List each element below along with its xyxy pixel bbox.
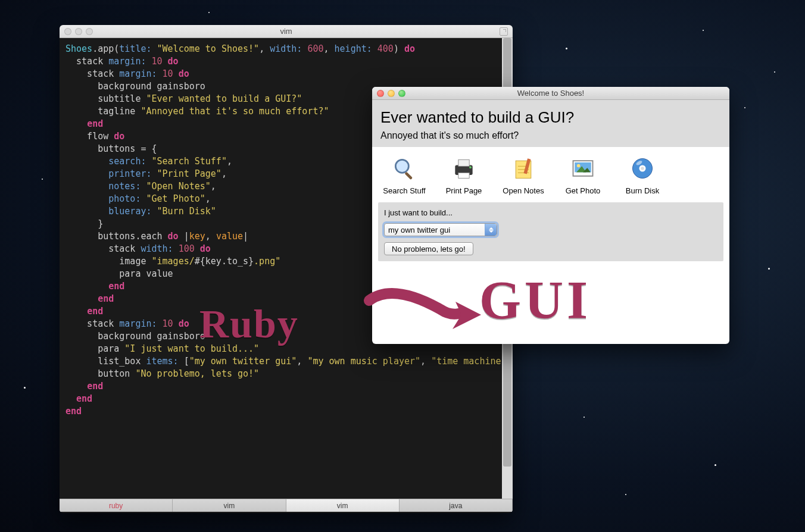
tool-label: Open Notes: [494, 186, 553, 195]
code-line: stack margin: 10 do: [65, 55, 507, 68]
tool-photo[interactable]: Get Photo: [553, 154, 613, 195]
window-title: vim: [60, 27, 513, 36]
tool-label: Print Page: [434, 186, 494, 195]
annotation-ruby: Ruby: [199, 301, 299, 348]
fullscreen-icon[interactable]: [500, 27, 508, 36]
photo-icon: [569, 154, 597, 183]
svg-rect-4: [458, 173, 469, 178]
tool-disc[interactable]: Burn Disk: [613, 154, 672, 195]
vim-titlebar[interactable]: vim: [60, 25, 513, 38]
form-panel: I just want to build... my own twitter g…: [378, 202, 723, 261]
search-icon: [390, 154, 419, 183]
code-line: end: [65, 393, 507, 405]
vim-tab-bar: ruby vim vim java: [60, 499, 513, 512]
code-line: list_box items: ["my own twitter gui", "…: [65, 355, 507, 368]
form-label: I just want to build...: [384, 208, 717, 217]
tab-vim-2[interactable]: vim: [286, 499, 400, 512]
code-line: end: [65, 380, 507, 393]
notes-icon: [509, 154, 538, 183]
chevron-updown-icon: [485, 224, 497, 236]
svg-point-13: [577, 164, 581, 168]
svg-point-0: [395, 159, 408, 173]
tab-java[interactable]: java: [400, 499, 513, 512]
tool-notes[interactable]: Open Notes: [494, 154, 553, 195]
annotation-gui: GUI: [479, 270, 591, 331]
build-select[interactable]: my own twitter gui: [384, 223, 497, 236]
code-line: end: [65, 405, 507, 418]
arrow-icon: [357, 277, 488, 348]
tool-label: Get Photo: [553, 186, 613, 195]
header-panel: Ever wanted to build a GUI? Annoyed that…: [372, 100, 729, 147]
window-title: Welcome to Shoes!: [372, 89, 729, 98]
tab-ruby[interactable]: ruby: [60, 499, 173, 512]
svg-point-5: [469, 166, 472, 168]
select-value: my own twitter gui: [388, 226, 450, 234]
code-line: Shoes.app(title: "Welcome to Shoes!", wi…: [65, 43, 507, 55]
svg-rect-1: [404, 172, 413, 180]
tool-label: Search Stuff: [375, 186, 434, 195]
subtitle: Ever wanted to build a GUI?: [380, 108, 721, 127]
tab-vim-1[interactable]: vim: [173, 499, 286, 512]
tool-printer[interactable]: Print Page: [434, 154, 494, 195]
shoes-titlebar[interactable]: Welcome to Shoes!: [372, 87, 729, 100]
printer-icon: [450, 154, 478, 183]
tagline: Annoyed that it's so much effort?: [380, 130, 721, 141]
svg-rect-3: [458, 159, 469, 166]
tool-search[interactable]: Search Stuff: [375, 154, 434, 195]
toolbar: Search Stuff Print Page Open Notes Get P…: [372, 147, 729, 200]
go-button[interactable]: No problemo, lets go!: [384, 242, 473, 255]
code-line: button "No problemo, lets go!": [65, 368, 507, 380]
tool-label: Burn Disk: [613, 186, 672, 195]
code-line: stack margin: 10 do: [65, 68, 507, 80]
disc-icon: [628, 154, 657, 183]
svg-point-19: [641, 167, 644, 170]
button-label: No problemo, lets go!: [392, 245, 466, 254]
